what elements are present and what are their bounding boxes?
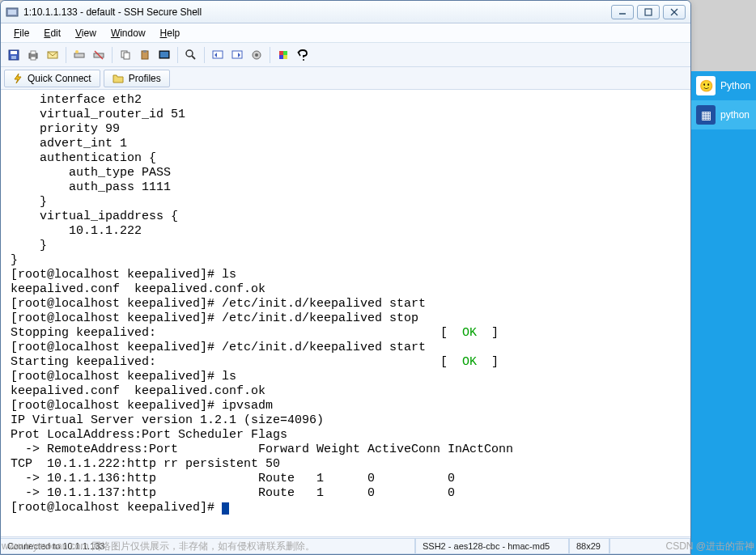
- terminal[interactable]: interface eth2 virtual_router_id 51 prio…: [1, 90, 690, 536]
- side-panel: 🙂 Python ▦ python: [691, 71, 756, 555]
- menu-window[interactable]: Window: [104, 26, 152, 40]
- print-icon[interactable]: [25, 47, 41, 63]
- lightning-icon: [13, 73, 23, 84]
- mail-icon[interactable]: [45, 47, 61, 63]
- svg-rect-7: [11, 51, 17, 54]
- separator: [66, 47, 66, 63]
- svg-rect-3: [645, 9, 652, 15]
- separator: [204, 47, 205, 63]
- disconnect-icon[interactable]: [91, 47, 107, 63]
- svg-rect-20: [143, 50, 147, 53]
- quick-connect-button[interactable]: Quick Connect: [4, 70, 100, 87]
- minimize-button[interactable]: [611, 5, 634, 19]
- window-title: 1:10.1.1.133 - default - SSH Secure Shel…: [23, 6, 611, 18]
- menu-view[interactable]: View: [69, 26, 103, 40]
- menubar: File Edit View Window Help: [1, 23, 690, 43]
- folder-icon: [113, 74, 124, 83]
- upload-icon[interactable]: [229, 47, 245, 63]
- statusbar: Connected to 10.1.1.133 SSH2 - aes128-cb…: [1, 536, 690, 554]
- svg-rect-32: [283, 55, 287, 59]
- separator: [270, 47, 270, 63]
- svg-point-14: [75, 50, 79, 53]
- close-button[interactable]: [663, 5, 686, 19]
- svg-point-23: [186, 50, 193, 57]
- svg-rect-10: [31, 51, 36, 54]
- menu-edit[interactable]: Edit: [37, 26, 67, 40]
- status-protocol: SSH2 - aes128-cbc - hmac-md5: [415, 538, 569, 554]
- separator: [112, 47, 113, 63]
- svg-rect-1: [8, 10, 16, 15]
- svg-rect-26: [232, 51, 242, 58]
- status-connection: Connected to 10.1.1.133: [1, 538, 415, 554]
- svg-line-24: [192, 56, 195, 59]
- toolbar: [1, 43, 690, 67]
- svg-rect-13: [74, 53, 84, 57]
- svg-rect-29: [279, 51, 283, 55]
- side-item-2[interactable]: ▦ python: [691, 100, 756, 129]
- titlebar[interactable]: 1:10.1.1.133 - default - SSH Secure Shel…: [1, 1, 690, 23]
- ssh-window: 1:10.1.1.133 - default - SSH Secure Shel…: [0, 0, 691, 555]
- svg-marker-35: [15, 74, 21, 83]
- find-icon[interactable]: [183, 47, 199, 63]
- svg-point-28: [255, 53, 258, 57]
- maximize-button[interactable]: [637, 5, 660, 19]
- svg-rect-30: [283, 51, 287, 55]
- svg-rect-25: [213, 51, 223, 58]
- paste-icon[interactable]: [137, 47, 153, 63]
- quickbar: Quick Connect Profiles: [1, 67, 690, 90]
- side-item-2-label: python: [720, 109, 750, 121]
- svg-rect-22: [160, 52, 168, 57]
- copy-icon[interactable]: [117, 47, 134, 63]
- svg-rect-8: [11, 56, 16, 59]
- settings-icon[interactable]: [248, 47, 265, 63]
- side-item-1[interactable]: 🙂 Python: [691, 71, 756, 100]
- svg-rect-31: [279, 55, 283, 59]
- menu-file[interactable]: File: [7, 26, 36, 40]
- svg-point-33: [303, 59, 304, 61]
- separator: [177, 47, 178, 63]
- profiles-button[interactable]: Profiles: [104, 70, 170, 87]
- status-size: 88x29: [569, 538, 609, 554]
- save-icon[interactable]: [6, 47, 22, 63]
- thumbnail-icon: ▦: [696, 105, 716, 125]
- svg-rect-11: [31, 57, 36, 60]
- new-terminal-icon[interactable]: [156, 47, 172, 63]
- svg-marker-36: [113, 75, 123, 83]
- transfer-icon[interactable]: [210, 47, 226, 63]
- side-item-1-label: Python: [720, 80, 750, 91]
- profiles-label: Profiles: [129, 73, 161, 84]
- help-icon[interactable]: [295, 47, 311, 63]
- avatar-icon: 🙂: [696, 76, 716, 95]
- menu-help[interactable]: Help: [154, 26, 187, 40]
- svg-rect-18: [124, 53, 130, 59]
- connect-icon[interactable]: [71, 47, 87, 63]
- status-blank: [609, 538, 690, 554]
- window-controls: [611, 5, 686, 19]
- app-icon: [6, 6, 19, 19]
- quick-connect-label: Quick Connect: [28, 73, 91, 84]
- colors-icon[interactable]: [275, 47, 291, 63]
